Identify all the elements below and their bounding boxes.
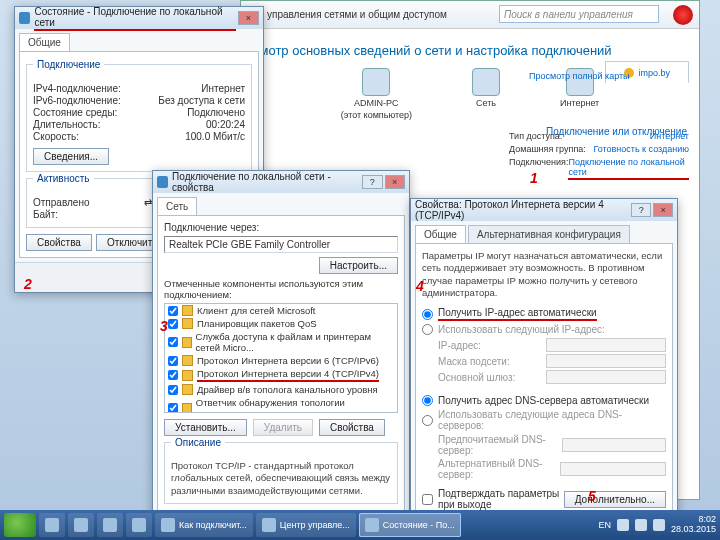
component-properties-button[interactable]: Свойства <box>319 419 385 436</box>
component-icon <box>182 403 192 414</box>
cp-node-net: Сеть <box>472 68 500 120</box>
lan-properties-window: Подключение по локальной сети - свойства… <box>152 170 410 540</box>
marker-2: 2 <box>24 276 32 292</box>
status-properties-button[interactable]: Свойства <box>26 234 92 251</box>
ipv4-tab-alt[interactable]: Альтернативная конфигурация <box>468 225 630 243</box>
ipv4-title: Свойства: Протокол Интернета версии 4 (T… <box>415 199 629 221</box>
install-button[interactable]: Установить... <box>164 419 247 436</box>
taskbar: Как подключит... Центр управле... Состоя… <box>0 510 720 540</box>
help-icon[interactable]: ? <box>631 203 651 217</box>
marker-4: 4 <box>416 278 424 294</box>
media-icon <box>103 518 117 532</box>
help-icon[interactable]: ? <box>362 175 383 189</box>
taskbar-pin[interactable] <box>68 513 94 537</box>
opera-icon[interactable] <box>673 5 693 25</box>
flag-icon[interactable] <box>617 519 629 531</box>
lang-indicator[interactable]: EN <box>598 520 611 530</box>
opera-icon <box>132 518 146 532</box>
marker-3: 3 <box>160 318 168 334</box>
dns-manual-radio[interactable] <box>422 415 433 426</box>
sound-icon[interactable] <box>653 519 665 531</box>
ipv4-tab-general[interactable]: Общие <box>415 225 466 243</box>
app-icon <box>262 518 276 532</box>
taskbar-item-active[interactable]: Состояние - По... <box>359 513 461 537</box>
ipv4-properties-window: Свойства: Протокол Интернета версии 4 (T… <box>410 198 678 540</box>
component-icon <box>182 318 193 329</box>
activity-icon: ⇄ <box>144 197 152 208</box>
validate-checkbox[interactable] <box>422 494 433 505</box>
component-icon <box>182 355 193 366</box>
marker-5: 5 <box>588 488 596 504</box>
adapter-field: Realtek PCIe GBE Family Controller <box>164 236 398 253</box>
props-tab-network[interactable]: Сеть <box>157 197 197 215</box>
ip-field <box>546 338 666 352</box>
network-house-icon <box>472 68 500 96</box>
cp-search-input[interactable]: Поиск в панели управления <box>499 5 659 23</box>
advanced-button[interactable]: Дополнительно... <box>564 491 666 508</box>
taskbar-pin[interactable] <box>97 513 123 537</box>
marker-1: 1 <box>530 170 538 186</box>
status-details-button[interactable]: Сведения... <box>33 148 109 165</box>
dns2-field <box>560 462 666 476</box>
gateway-field <box>546 370 666 384</box>
mask-field <box>546 354 666 368</box>
close-icon[interactable]: × <box>653 203 673 217</box>
component-icon <box>182 370 193 381</box>
explorer-icon <box>74 518 88 532</box>
components-list[interactable]: Клиент для сетей Microsoft Планировщик п… <box>164 303 398 413</box>
uninstall-button: Удалить <box>253 419 313 436</box>
clock[interactable]: 8:0228.03.2015 <box>671 515 716 535</box>
pc-icon <box>362 68 390 96</box>
taskbar-pin[interactable] <box>39 513 65 537</box>
status-tab-general[interactable]: Общие <box>19 33 70 51</box>
cp-addressbar: управления сетями и общим доступом Поиск… <box>241 1 699 29</box>
cp-map-link[interactable]: Просмотр полной карты <box>529 71 689 81</box>
cp-page-title: смотр основных сведений о сети и настрой… <box>253 43 687 58</box>
cp-breadcrumb: управления сетями и общим доступом <box>267 9 447 20</box>
taskbar-item[interactable]: Центр управле... <box>256 513 356 537</box>
cp-node-pc: ADMIN-PC(этот компьютер) <box>341 68 412 120</box>
app-icon <box>365 518 379 532</box>
props-title: Подключение по локальной сети - свойства <box>172 171 360 193</box>
component-icon <box>182 305 193 316</box>
status-title: Состояние - Подключение по локальной сет… <box>34 6 235 31</box>
configure-button[interactable]: Настроить... <box>319 257 398 274</box>
network-tray-icon[interactable] <box>635 519 647 531</box>
ie-icon <box>45 518 59 532</box>
close-icon[interactable]: × <box>385 175 406 189</box>
ip-manual-radio[interactable] <box>422 324 433 335</box>
dns1-field <box>562 438 666 452</box>
component-icon <box>182 384 193 395</box>
system-tray[interactable]: EN 8:0228.03.2015 <box>598 515 716 535</box>
close-icon[interactable]: × <box>238 11 259 25</box>
net-icon <box>157 176 168 188</box>
app-icon <box>161 518 175 532</box>
taskbar-item[interactable]: Как подключит... <box>155 513 253 537</box>
component-icon <box>182 337 192 348</box>
cp-connection-link[interactable]: Подключение по локальной сети <box>568 157 689 180</box>
start-button[interactable] <box>4 513 36 537</box>
ip-auto-radio[interactable] <box>422 309 433 320</box>
dns-auto-radio[interactable] <box>422 395 433 406</box>
net-icon <box>19 12 30 24</box>
taskbar-pin[interactable] <box>126 513 152 537</box>
